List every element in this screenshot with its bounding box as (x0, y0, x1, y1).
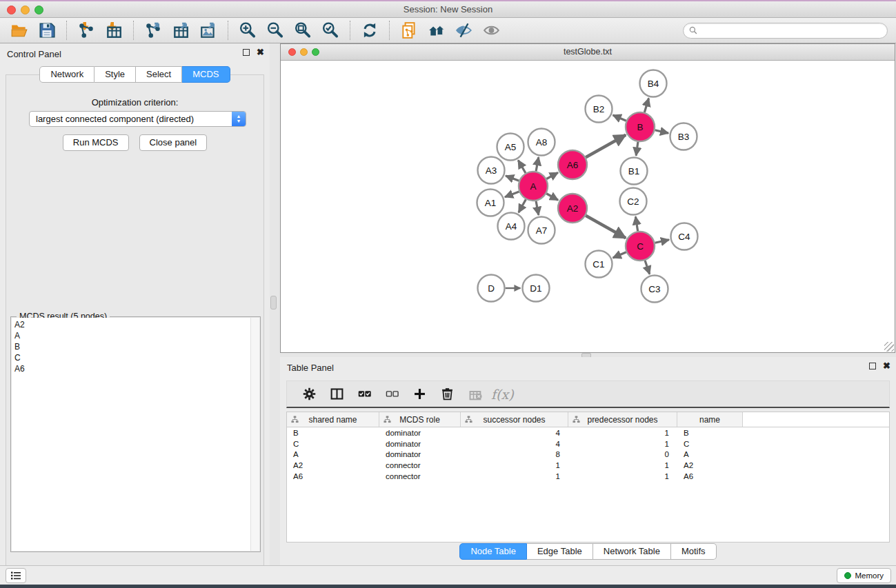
first-neighbors-button[interactable] (423, 20, 450, 41)
tab-style[interactable]: Style (94, 66, 136, 83)
graph-node-C[interactable]: C (626, 232, 655, 261)
graph-node-A5[interactable]: A5 (497, 134, 524, 161)
result-list-scrollbar[interactable] (250, 318, 259, 551)
memory-button[interactable]: Memory (837, 568, 891, 583)
search-box[interactable] (683, 23, 888, 39)
column-header-shared-name[interactable]: shared name (287, 412, 379, 427)
result-list-item[interactable]: C (14, 352, 250, 363)
table-cell[interactable]: C (677, 440, 743, 448)
table-cell[interactable]: 4 (461, 429, 568, 437)
close-panel-button[interactable]: Close panel (139, 134, 208, 151)
import-table-button[interactable] (100, 20, 128, 41)
network-minimize-button[interactable] (300, 48, 308, 56)
tab-select[interactable]: Select (136, 66, 182, 83)
vertical-splitter-handle[interactable] (270, 296, 277, 310)
graph-node-C3[interactable]: C3 (641, 276, 668, 303)
result-list-item[interactable]: B (14, 341, 250, 352)
table-cell[interactable]: 8 (461, 450, 568, 458)
table-row[interactable]: A6connector11A6 (287, 471, 889, 482)
network-close-button[interactable] (288, 48, 296, 56)
graph-node-A4[interactable]: A4 (498, 213, 525, 240)
import-network-button[interactable] (72, 20, 100, 41)
tab-motifs[interactable]: Motifs (671, 543, 717, 560)
graph-node-C4[interactable]: C4 (671, 223, 698, 250)
table-row[interactable]: Adominator80A (287, 449, 889, 460)
table-row[interactable]: Cdominator41C (287, 438, 889, 449)
column-header-MCDS-role[interactable]: MCDS role (379, 412, 461, 427)
result-list-item[interactable]: A (14, 330, 250, 341)
open-folder-button[interactable] (6, 20, 33, 41)
new-network-from-selection-button[interactable] (395, 20, 423, 41)
graph-node-B[interactable]: B (626, 112, 655, 141)
zoom-in-button[interactable] (234, 20, 261, 41)
graph-node-B1[interactable]: B1 (621, 158, 648, 185)
column-header-successor-nodes[interactable]: successor nodes (461, 412, 568, 427)
mcds-result-list[interactable]: A2ABCA6 (12, 318, 250, 551)
table-cell[interactable]: dominator (379, 450, 461, 458)
graph-node-D[interactable]: D (478, 275, 505, 302)
export-image-button[interactable] (195, 20, 222, 41)
table-cell[interactable]: C (287, 440, 379, 448)
graph-node-C2[interactable]: C2 (620, 188, 647, 215)
table-cell[interactable]: A2 (287, 461, 379, 469)
graph-node-A[interactable]: A (519, 172, 548, 201)
table-cell[interactable]: 4 (461, 440, 568, 448)
export-table-button[interactable] (167, 20, 195, 41)
table-cell[interactable]: A2 (677, 461, 743, 469)
table-cell[interactable]: B (287, 429, 379, 437)
graph-node-D1[interactable]: D1 (523, 275, 550, 302)
zoom-fit-button[interactable] (289, 20, 317, 41)
window-resize-grip[interactable] (884, 342, 894, 352)
gear-button[interactable] (295, 383, 323, 406)
minimize-window-button[interactable] (21, 6, 30, 14)
search-input[interactable] (701, 26, 882, 35)
float-panel-icon[interactable] (243, 49, 250, 56)
zoom-window-button[interactable] (34, 6, 43, 14)
tab-edge-table[interactable]: Edge Table (527, 543, 593, 560)
function-builder-button[interactable]: f(x) (491, 387, 514, 402)
float-table-panel-icon[interactable] (869, 363, 876, 369)
tab-network-table[interactable]: Network Table (593, 543, 671, 560)
table-cell[interactable]: 1 (568, 472, 677, 480)
optimization-criterion-select[interactable]: largest connected component (directed) ▲… (29, 111, 246, 127)
delete-column-button[interactable] (433, 383, 461, 406)
column-header-name[interactable]: name (677, 412, 743, 427)
close-panel-icon[interactable]: ✖ (257, 49, 264, 56)
column-header-predecessor-nodes[interactable]: predecessor nodes (568, 412, 677, 427)
show-all-button[interactable] (478, 20, 506, 41)
table-cell[interactable]: 1 (461, 472, 568, 480)
graph-node-A1[interactable]: A1 (477, 190, 504, 216)
table-row[interactable]: Bdominator41B (287, 427, 889, 438)
select-all-button[interactable] (350, 383, 378, 406)
deselect-all-button[interactable] (378, 383, 406, 406)
table-cell[interactable]: A6 (677, 472, 743, 480)
tab-node-table[interactable]: Node Table (459, 543, 527, 560)
result-list-item[interactable]: A6 (14, 363, 250, 374)
graph-node-B2[interactable]: B2 (586, 96, 613, 123)
zoom-out-button[interactable] (261, 20, 289, 41)
close-window-button[interactable] (7, 6, 16, 14)
graph-node-A7[interactable]: A7 (528, 217, 555, 244)
graph-node-A6[interactable]: A6 (558, 150, 587, 179)
result-list-item[interactable]: A2 (14, 319, 250, 330)
table-cell[interactable]: dominator (379, 440, 461, 448)
split-columns-button[interactable] (323, 383, 350, 406)
table-cell[interactable]: 1 (568, 461, 677, 469)
table-cell[interactable]: connector (379, 472, 461, 480)
tab-mcds[interactable]: MCDS (182, 66, 230, 83)
graph-node-A8[interactable]: A8 (528, 129, 555, 156)
run-mcds-button[interactable]: Run MCDS (63, 134, 129, 151)
network-zoom-button[interactable] (312, 48, 319, 56)
save-button[interactable] (33, 20, 61, 41)
zoom-selected-button[interactable] (317, 20, 344, 41)
table-cell[interactable]: A (287, 450, 379, 458)
export-network-button[interactable] (139, 20, 167, 41)
table-cell[interactable]: connector (379, 461, 461, 469)
hide-selected-button[interactable] (450, 20, 478, 41)
table-row[interactable]: A2connector11A2 (287, 460, 889, 471)
table-cell[interactable]: dominator (379, 429, 461, 437)
table-cell[interactable]: A (677, 450, 743, 458)
network-graph[interactable]: B4B2BB3A5A8A6A3B1AA1C2A2A4A7CC4C1C3DD1 (281, 61, 895, 352)
table-cell[interactable]: 1 (568, 429, 677, 437)
graph-node-A2[interactable]: A2 (558, 194, 587, 223)
